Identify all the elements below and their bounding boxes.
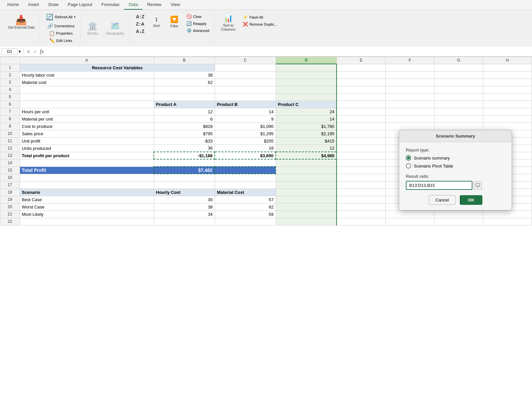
cancel-button[interactable]: Cancel [428, 195, 456, 205]
cell-f7[interactable] [386, 108, 434, 115]
cell-d12[interactable]: 12 [276, 145, 337, 152]
cell-e14[interactable] [337, 159, 386, 167]
cell-c16[interactable] [215, 174, 276, 181]
row-header-22[interactable]: 22 [0, 218, 20, 225]
cell-b18[interactable]: Hourly Cost [154, 189, 215, 196]
tab-draw[interactable]: Draw [44, 0, 63, 10]
col-header-f[interactable]: F [386, 57, 434, 64]
cell-d11[interactable]: $415 [276, 137, 337, 145]
tab-formulas[interactable]: Formulas [97, 0, 124, 10]
cell-c2[interactable] [215, 71, 276, 79]
advanced-button[interactable]: ⚙️ Advanced [184, 27, 211, 34]
row-header-2[interactable]: 2 [0, 71, 20, 79]
confirm-edit-icon[interactable]: ✓ [33, 49, 37, 54]
remove-duplicates-button[interactable]: ❌ Remove Duplic... [241, 21, 279, 27]
cell-h4[interactable] [483, 86, 532, 93]
cell-b4[interactable] [154, 86, 215, 93]
get-external-data-button[interactable]: 📥 Get External Data [5, 13, 37, 31]
cell-d7[interactable]: 24 [276, 108, 337, 115]
cell-a15[interactable]: Total Profit [20, 167, 154, 174]
col-header-g[interactable]: G [434, 57, 483, 64]
cell-d5[interactable] [276, 93, 337, 101]
cell-e19[interactable] [337, 196, 386, 203]
tab-data[interactable]: Data [124, 0, 142, 10]
properties-button[interactable]: 📋 Properties [47, 30, 75, 37]
cell-a4[interactable] [20, 86, 154, 93]
cell-c6[interactable]: Product B [215, 101, 276, 108]
cell-e13[interactable] [337, 152, 386, 159]
col-header-d[interactable]: D [276, 57, 337, 64]
sort-za-button[interactable]: Z↑A [134, 21, 146, 27]
cell-h21[interactable] [483, 210, 532, 218]
row-header-17[interactable]: 17 [0, 181, 20, 189]
cell-b7[interactable]: 12 [154, 108, 215, 115]
cell-a22[interactable] [20, 218, 154, 225]
row-header-14[interactable]: 14 [0, 159, 20, 167]
sort-button[interactable]: ↕️ Sort [148, 14, 164, 29]
ok-button[interactable]: OK [460, 195, 482, 205]
radio-scenario-summary[interactable]: Scenario summary [406, 155, 505, 161]
cell-d13[interactable]: $4,980 [276, 152, 337, 159]
cell-b9[interactable]: $828 [154, 123, 215, 130]
cell-c10[interactable]: $1,295 [215, 130, 276, 137]
cell-c11[interactable]: $205 [215, 137, 276, 145]
row-header-5[interactable]: 5 [0, 93, 20, 101]
cell-a2[interactable]: Hourly labor cost [20, 71, 154, 79]
reapply-button[interactable]: 🔄 Reapply [184, 20, 211, 27]
cell-e17[interactable] [337, 181, 386, 189]
row-header-19[interactable]: 19 [0, 196, 20, 203]
cell-f4[interactable] [386, 86, 434, 93]
cell-d21[interactable] [276, 210, 337, 218]
cell-e5[interactable] [337, 93, 386, 101]
cell-a9[interactable]: Cost to produce [20, 123, 154, 130]
row-header-6[interactable]: 6 [0, 101, 20, 108]
cell-g3[interactable] [434, 79, 483, 86]
stocks-button[interactable]: 🏛️ Stocks [85, 20, 101, 37]
cell-h22[interactable] [483, 218, 532, 225]
cell-c4[interactable] [215, 86, 276, 93]
tab-home[interactable]: Home [3, 0, 24, 10]
cell-d9[interactable]: $1,780 [276, 123, 337, 130]
cell-h2[interactable] [483, 71, 532, 79]
col-header-b[interactable]: B [154, 57, 215, 64]
row-header-7[interactable]: 7 [0, 108, 20, 115]
row-header-15[interactable]: 15 [0, 167, 20, 174]
cell-d14[interactable] [276, 159, 337, 167]
cell-g6[interactable] [434, 101, 483, 108]
row-header-13[interactable]: 13 [0, 152, 20, 159]
cell-d2[interactable] [276, 71, 337, 79]
cell-b14[interactable] [154, 159, 215, 167]
cell-c1[interactable] [215, 64, 276, 71]
cell-g9[interactable] [434, 123, 483, 130]
col-header-c[interactable]: C [215, 57, 276, 64]
row-header-8[interactable]: 8 [0, 115, 20, 123]
cell-f2[interactable] [386, 71, 434, 79]
cell-e22[interactable] [337, 218, 386, 225]
flash-fill-button[interactable]: ⚡ Flash-fill [241, 14, 279, 20]
sort-az-button[interactable]: A↑Z [134, 13, 146, 20]
row-header-16[interactable]: 16 [0, 174, 20, 181]
cell-h3[interactable] [483, 79, 532, 86]
cell-d16[interactable] [276, 174, 337, 181]
cell-a16[interactable] [20, 174, 154, 181]
cell-h6[interactable] [483, 101, 532, 108]
cell-b2[interactable]: 38 [154, 71, 215, 79]
cell-b17[interactable] [154, 181, 215, 189]
cell-a18[interactable]: Scenario [20, 189, 154, 196]
cell-a6[interactable] [20, 101, 154, 108]
cell-f8[interactable] [386, 115, 434, 123]
tab-view[interactable]: View [166, 0, 185, 10]
cell-e16[interactable] [337, 174, 386, 181]
cell-b15[interactable]: $7,482 [154, 167, 215, 174]
cell-b12[interactable]: 36 [154, 145, 215, 152]
cell-g7[interactable] [434, 108, 483, 115]
cell-a7[interactable]: Hours per unit [20, 108, 154, 115]
row-header-21[interactable]: 21 [0, 210, 20, 218]
tab-review[interactable]: Review [142, 0, 166, 10]
cell-a17[interactable] [20, 181, 154, 189]
result-cells-input[interactable] [406, 181, 472, 190]
cell-c18[interactable]: Material Cost [215, 189, 276, 196]
row-header-20[interactable]: 20 [0, 203, 20, 210]
cell-a19[interactable]: Best Case [20, 196, 154, 203]
cell-a3[interactable]: Material cost [20, 79, 154, 86]
